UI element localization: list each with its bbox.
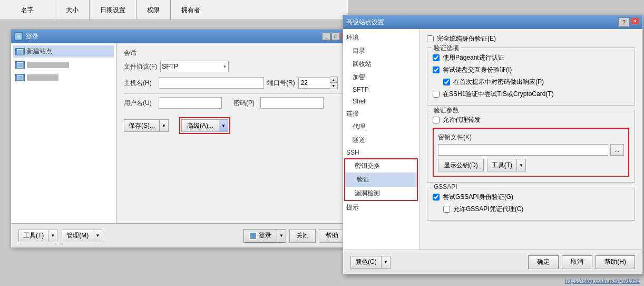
allow-gssapi-row: 允许GSSAPI凭证代理(C) (443, 205, 629, 214)
login-label: 登录 (259, 231, 271, 240)
tree-label-auth: 验证 (355, 175, 372, 185)
site-blurred-name (27, 62, 69, 68)
auth-params-section: 验证参数 允许代理转发 密钥文件(K) ... (427, 110, 635, 183)
tree-item-proxy[interactable]: 代理 (343, 120, 419, 134)
port-input-wrapper: ▲ ▼ (298, 77, 338, 89)
divider (124, 93, 345, 94)
key-file-buttons: 显示公钥(D) 工具(T) ▼ (438, 159, 624, 171)
cancel-button[interactable]: 取消 (562, 255, 592, 269)
manage-btn-wrapper: 管理(M) ▼ (62, 230, 102, 242)
tree-panel: 环境 目录 回收站 加密 SFTP Shell 连接 (343, 29, 419, 250)
try-gssapi-row: 尝试GSSAPI身份验证(G) (433, 193, 629, 202)
tree-item-ssh[interactable]: SSH (343, 147, 419, 158)
bottom-left-buttons: 工具(T) ▼ 管理(M) ▼ (18, 230, 102, 242)
tree-label-kex: 密钥交换 (355, 162, 380, 169)
tree-item-auth[interactable]: 验证 (345, 173, 417, 187)
saved-site-item[interactable] (13, 60, 114, 70)
respond-first-checkbox[interactable] (443, 79, 450, 85)
username-input[interactable] (159, 97, 222, 109)
show-public-key-button[interactable]: 显示公钥(D) (438, 159, 484, 171)
keyboard-interactive-checkbox[interactable] (433, 66, 440, 73)
tree-item-directory[interactable]: 目录 (343, 44, 419, 58)
close-dialog-button[interactable]: 关闭 (289, 229, 316, 243)
tree-item-connection[interactable]: 连接 (343, 107, 419, 120)
tree-item-environment[interactable]: 环境 (343, 31, 419, 44)
allow-gssapi-checkbox[interactable] (443, 206, 450, 213)
tree-label-tunnel: 隧道 (353, 136, 365, 144)
save-button[interactable]: 保存(S)... (124, 119, 159, 132)
login-dialog-titlebar: 登录 _ □ ✕ (11, 30, 353, 43)
protocol-select[interactable]: SFTP (160, 61, 229, 72)
gssapi-content: 尝试GSSAPI身份验证(G) 允许GSSAPI凭证代理(C) (433, 193, 629, 214)
col-header-name: 名字 (0, 0, 55, 20)
tree-item-sftp[interactable]: SFTP (343, 84, 419, 96)
advanced-close-button[interactable]: ✕ (631, 17, 639, 25)
tree-item-tunnel[interactable]: 隧道 (343, 134, 419, 147)
manage-button[interactable]: 管理(M) (62, 230, 93, 242)
col-header-size: 大小 (55, 0, 90, 20)
tools-button[interactable]: 工具(T) (18, 230, 48, 242)
color-btn-wrapper: 颜色(C) ▼ (350, 256, 391, 269)
complete-auth-checkbox[interactable] (427, 35, 434, 42)
save-btn-wrapper: 保存(S)... ▼ (124, 119, 169, 132)
port-down-button[interactable]: ▼ (330, 83, 337, 89)
ok-button[interactable]: 确定 (528, 255, 559, 269)
saved-site-item2[interactable] (13, 72, 114, 83)
advanced-help-button[interactable]: 帮助(H) (596, 255, 635, 269)
tree-item-kex[interactable]: 密钥交换 (345, 159, 417, 173)
login-dialog-title: 登录 (26, 32, 38, 41)
color-arrow-button[interactable]: ▼ (381, 256, 391, 269)
tools-main-button[interactable]: 工具(T) (487, 159, 516, 171)
use-pageant-label: 使用Pageant进行认证 (443, 53, 504, 62)
save-arrow-button[interactable]: ▼ (159, 119, 169, 132)
tools-arrow-button2[interactable]: ▼ (516, 159, 526, 171)
complete-auth-row: 完全统纯身份验证(E) (427, 34, 635, 43)
try-tis-checkbox[interactable] (433, 91, 440, 98)
tree-item-vuln[interactable]: 漏洞检测 (345, 187, 417, 200)
advanced-arrow-button[interactable]: ▼ (219, 119, 228, 132)
key-file-input[interactable] (438, 144, 608, 156)
login-btn-wrapper: 登录 ▼ (243, 229, 286, 243)
new-site-item[interactable]: 新建站点 (13, 45, 114, 58)
footer-right-buttons: 确定 取消 帮助(H) (528, 255, 635, 269)
restore-button[interactable]: □ (331, 33, 340, 40)
color-button[interactable]: 颜色(C) (350, 256, 381, 269)
tools-btn-wrapper: 工具(T) ▼ (18, 230, 57, 242)
login-title-icon (14, 32, 23, 41)
respond-first-row: 在首次提示中对密码做出响应(P) (443, 78, 629, 87)
browse-button[interactable]: ... (610, 144, 624, 156)
manage-arrow-button[interactable]: ▼ (93, 230, 102, 242)
login-arrow-button[interactable]: ▼ (277, 229, 286, 243)
help-button[interactable]: 帮助 (319, 229, 345, 243)
password-input[interactable] (260, 97, 324, 109)
hostname-input[interactable] (159, 77, 264, 89)
gssapi-title: GSSAPI (432, 183, 460, 190)
minimize-button[interactable]: _ (322, 33, 330, 40)
port-up-button[interactable]: ▲ (330, 77, 337, 83)
auth-options-title: 验证选项 (432, 44, 461, 53)
tree-item-encrypt[interactable]: 加密 (343, 71, 419, 84)
advanced-button[interactable]: 高级(A)... (181, 119, 219, 132)
advanced-help-title-button[interactable]: ? (618, 17, 630, 27)
allow-agent-checkbox[interactable] (433, 117, 440, 123)
tree-item-shell[interactable]: Shell (343, 96, 419, 107)
key-file-label: 密钥文件(K) (438, 133, 624, 142)
bottom-buttons: 工具(T) ▼ 管理(M) ▼ 登录 ▼ 关闭 帮助 (11, 223, 353, 247)
protocol-select-wrapper: SFTP (160, 61, 229, 72)
username-label: 用户名(U) (124, 99, 155, 108)
complete-auth-label: 完全统纯身份验证(E) (437, 34, 496, 43)
key-file-input-row: ... (438, 144, 624, 156)
login-main-button[interactable]: 登录 (243, 229, 277, 243)
tree-item-recycle[interactable]: 回收站 (343, 58, 419, 71)
port-input[interactable] (298, 77, 330, 89)
auth-params-title: 验证参数 (432, 106, 461, 115)
advanced-btn-wrapper: 高级(A)... ▼ (179, 117, 230, 134)
tree-label-environment: 环境 (343, 32, 419, 43)
tree-item-hints[interactable]: 提示 (343, 201, 419, 214)
tree-label-proxy: 代理 (353, 123, 365, 130)
try-gssapi-checkbox[interactable] (433, 194, 440, 201)
ssh-red-section: 密钥交换 验证 漏洞检测 (344, 158, 418, 201)
port-spinner: ▲ ▼ (330, 77, 338, 89)
tools-arrow-button[interactable]: ▼ (48, 230, 57, 242)
use-pageant-checkbox[interactable] (433, 54, 440, 61)
